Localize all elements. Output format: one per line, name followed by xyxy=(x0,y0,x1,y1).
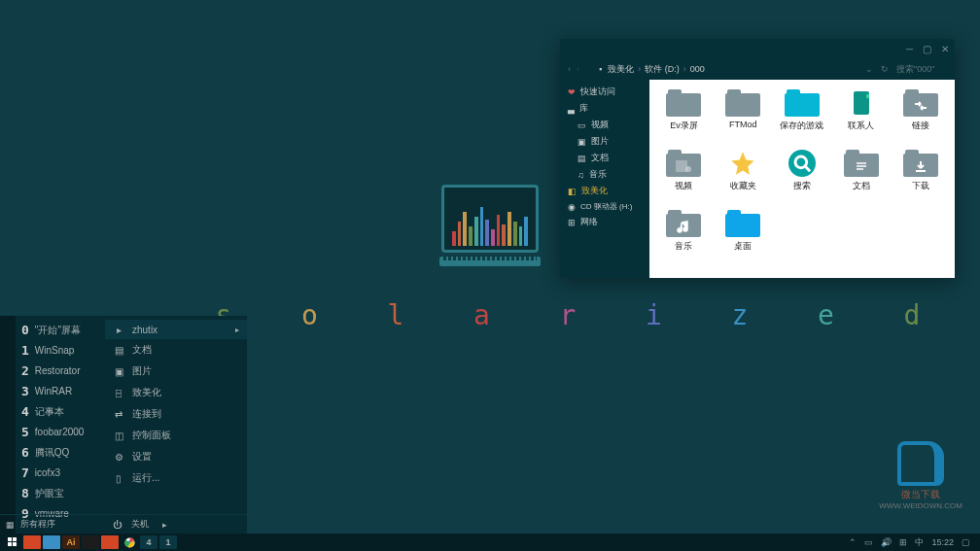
tray-network-icon[interactable]: ⊞ xyxy=(899,537,907,547)
solarized-title: solarized xyxy=(194,299,941,331)
solarized-letter: d xyxy=(883,299,941,331)
start-place-item[interactable]: ▸zhutix▸ xyxy=(105,320,247,339)
taskbar-browser[interactable] xyxy=(101,535,119,549)
tray-volume-icon[interactable]: 🔊 xyxy=(881,537,892,547)
maximize-icon[interactable]: ▢ xyxy=(923,44,931,54)
solarized-letter: z xyxy=(711,299,769,331)
taskbar-start[interactable] xyxy=(4,535,21,549)
forward-icon[interactable]: › xyxy=(577,64,579,74)
svg-rect-11 xyxy=(13,537,17,541)
file-item[interactable]: 保存的游戏 xyxy=(774,89,831,148)
file-item[interactable]: 视频 xyxy=(655,150,713,208)
sidebar-documents[interactable]: ▤文档 xyxy=(560,150,649,166)
start-recent-item[interactable]: 6腾讯QQ xyxy=(16,442,105,463)
start-place-item[interactable]: ▣图片 xyxy=(105,361,247,382)
svg-point-3 xyxy=(685,166,691,172)
file-label: 桌面 xyxy=(734,240,752,253)
sidebar-pictures[interactable]: ▣图片 xyxy=(560,133,649,150)
explorer-titlebar: ─ ▢ ✕ xyxy=(560,39,955,58)
taskbar-adobe[interactable]: Ai xyxy=(62,535,80,549)
file-item[interactable]: 联系人 xyxy=(832,89,890,148)
sidebar-library[interactable]: ▃库 xyxy=(560,100,649,117)
sidebar-network[interactable]: ⊞网络 xyxy=(560,214,649,230)
solarized-letter: a xyxy=(453,299,511,331)
sidebar-quick-access[interactable]: ❤快速访问 xyxy=(560,84,649,100)
sidebar-music[interactable]: ♫音乐 xyxy=(560,166,649,183)
start-place-item[interactable]: ◫控制面板 xyxy=(105,425,247,446)
file-item[interactable]: 桌面 xyxy=(715,210,772,268)
item-number-icon: 5 xyxy=(21,425,29,439)
solarized-letter: l xyxy=(367,299,425,331)
file-item[interactable]: 搜索 xyxy=(774,150,831,208)
breadcrumb-segment[interactable]: 000 xyxy=(690,64,705,74)
file-label: 收藏夹 xyxy=(730,180,756,192)
start-recent-item[interactable]: 0"开始"屏幕 xyxy=(16,320,105,340)
image-icon: ▣ xyxy=(113,365,124,377)
start-recent-item[interactable]: 4记事本 xyxy=(16,401,105,422)
dropdown-icon[interactable]: ⌄ xyxy=(865,64,873,74)
sidebar-videos[interactable]: ▭视频 xyxy=(560,117,649,133)
file-item[interactable]: 链接 xyxy=(892,89,949,148)
file-item[interactable]: 音乐 xyxy=(655,210,713,268)
taskbar-app1[interactable] xyxy=(43,535,60,549)
start-place-item[interactable]: ⇄连接到 xyxy=(105,403,247,425)
breadcrumb[interactable]: 致美化›软件 (D:)›000 xyxy=(608,63,705,76)
drive-icon: ▪ xyxy=(599,64,602,74)
back-icon[interactable]: ‹ xyxy=(568,64,571,74)
file-label: 联系人 xyxy=(848,120,874,132)
start-recent-item[interactable]: 7icofx3 xyxy=(16,463,105,483)
start-recent-item[interactable]: 8护眼宝 xyxy=(16,483,105,503)
solarized-letter: i xyxy=(625,299,683,331)
svg-rect-10 xyxy=(8,537,12,541)
power-icon[interactable]: ⏻ xyxy=(113,520,122,530)
tray-ime-icon[interactable]: 中 xyxy=(915,536,924,549)
refresh-icon[interactable]: ↻ xyxy=(881,64,889,74)
file-item[interactable]: 收藏夹 xyxy=(715,150,772,208)
shutdown-label[interactable]: 关机 xyxy=(131,518,149,531)
tray-up-icon[interactable]: ⌃ xyxy=(849,537,857,547)
item-label: 腾讯QQ xyxy=(35,446,70,460)
file-item[interactable]: FTMod xyxy=(715,89,772,148)
item-label: WinRAR xyxy=(35,386,72,396)
start-recent-item[interactable]: 1WinSnap xyxy=(16,340,105,361)
start-place-item[interactable]: ▯运行... xyxy=(105,467,247,489)
tray-battery-icon[interactable]: ▭ xyxy=(864,537,873,547)
tray-clock[interactable]: 15:22 xyxy=(931,537,954,547)
svg-rect-2 xyxy=(676,160,687,172)
start-place-item[interactable]: ▤文档 xyxy=(105,339,247,361)
sidebar-beautify[interactable]: ◧致美化 xyxy=(560,183,649,199)
item-number-icon: 0 xyxy=(21,323,29,337)
start-place-item[interactable]: ⌸致美化 xyxy=(105,382,247,403)
start-recent-item[interactable]: 5foobar2000 xyxy=(16,422,105,442)
system-tray: ⌃ ▭ 🔊 ⊞ 中 15:22 ▢ xyxy=(849,536,976,549)
item-label: 致美化 xyxy=(132,386,161,399)
item-label: foobar2000 xyxy=(35,427,85,437)
taskbar-chrome[interactable] xyxy=(121,535,138,549)
file-label: FTMod xyxy=(729,120,757,129)
item-label: icofx3 xyxy=(35,467,60,478)
item-number-icon: 1 xyxy=(21,343,29,358)
file-label: 文档 xyxy=(853,180,870,192)
doc-icon: ▤ xyxy=(113,344,124,356)
file-item[interactable]: Ev录屏 xyxy=(655,89,713,148)
search-input[interactable]: 搜索"000" xyxy=(896,63,947,76)
taskbar-chat[interactable] xyxy=(82,535,99,549)
start-recent-item[interactable]: 2Restorator xyxy=(16,361,105,381)
taskbar-office[interactable] xyxy=(23,535,41,549)
all-programs[interactable]: ▦ 所有程序 xyxy=(0,514,105,534)
breadcrumb-segment[interactable]: 软件 (D:) xyxy=(645,63,680,76)
shutdown-arrow-icon[interactable]: ▸ xyxy=(162,520,167,530)
taskbar-num4[interactable]: 4 xyxy=(140,535,158,549)
start-recent-item[interactable]: 3WinRAR xyxy=(16,381,105,401)
file-item[interactable]: 下载 xyxy=(892,150,949,208)
breadcrumb-segment[interactable]: 致美化 xyxy=(608,63,634,76)
taskbar-num1[interactable]: 1 xyxy=(159,535,177,549)
explorer-address-bar: ‹ › ▪ 致美化›软件 (D:)›000 ⌄ ↻ 搜索"000" xyxy=(560,58,955,80)
tray-notifications-icon[interactable]: ▢ xyxy=(962,537,970,547)
minimize-icon[interactable]: ─ xyxy=(906,44,913,54)
file-item[interactable]: 文档 xyxy=(832,150,890,208)
sidebar-cd-drive[interactable]: ◉CD 驱动器 (H:) xyxy=(560,199,649,214)
close-icon[interactable]: ✕ xyxy=(941,44,949,54)
start-place-item[interactable]: ⚙设置 xyxy=(105,446,247,467)
item-label: 运行... xyxy=(132,471,159,485)
